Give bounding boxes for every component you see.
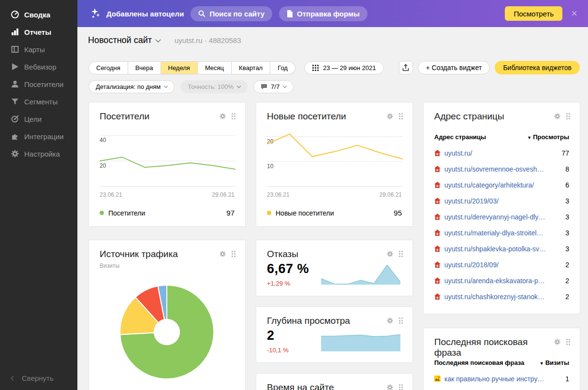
widget-drag-icon[interactable] (566, 339, 570, 345)
search-phrase-link[interactable]: как правильно ручные инстру… (444, 375, 544, 383)
sidebar-item-settings[interactable]: Настройка (0, 145, 77, 162)
legend-label: Новые посетители (276, 209, 334, 217)
site-favicon (434, 277, 441, 284)
views-value: 6 (565, 181, 569, 189)
legend-total: 97 (226, 209, 235, 217)
site-header: Новостной сайт uyutst.ru · 48820583 (77, 27, 588, 53)
widget-settings-icon[interactable] (386, 113, 394, 120)
play-icon (11, 62, 19, 71)
widget-settings-icon[interactable] (219, 250, 226, 258)
column-header-phrase: Последняя поисковая фраза (434, 359, 524, 366)
widget-time-on-site: Время на сайте (256, 373, 413, 390)
puzzle-icon (11, 132, 19, 141)
site-favicon (434, 214, 441, 220)
page-url-link[interactable]: uyutst.ru/category/arhitektura/ (444, 181, 534, 189)
site-favicon (434, 182, 441, 188)
page-url-link[interactable]: uyutst.ru/derevyannyj-nagel-dly… (444, 213, 545, 221)
widget-drag-icon[interactable] (566, 113, 570, 119)
period-month-button[interactable]: Месяц (198, 61, 232, 74)
widget-settings-icon[interactable] (386, 250, 394, 258)
page-url-link[interactable]: uyutst.ru/chashkoreznyj-stanok… (444, 293, 544, 301)
sidebar-item-segments[interactable]: Сегменты (0, 93, 77, 110)
widget-settings-icon[interactable] (386, 317, 394, 324)
widget-settings-icon[interactable] (554, 338, 561, 346)
period-today-button[interactable]: Сегодня (88, 61, 128, 74)
table-row: uyutst.ru/2018/09/2 (434, 257, 569, 273)
widget-title: Время на сайте (267, 382, 386, 390)
site-selector[interactable]: Новостной сайт (88, 35, 160, 45)
widget-view-depth: Глубина просмотра 2 -10,1 % (256, 306, 413, 363)
accuracy-dropdown[interactable]: Точность: 100% (180, 80, 248, 93)
period-toolbar: Сегодня Вчера Неделя Месяц Квартал Год 2… (88, 61, 384, 74)
page-url-link[interactable]: uyutst.ru/arenda-ekskavatora-p… (444, 277, 545, 285)
funnel-icon (11, 97, 19, 106)
widget-drag-icon[interactable] (399, 251, 403, 257)
column-header-views[interactable]: ▼Просмотры (527, 133, 569, 141)
date-range-button[interactable]: 23 — 29 июн 2021 (304, 61, 384, 74)
widget-drag-icon[interactable] (232, 113, 235, 119)
sidebar-item-integrations[interactable]: Интеграции (0, 128, 77, 145)
goal-form-submit-pill[interactable]: Отправка формы (279, 6, 368, 21)
chevron-down-icon (155, 37, 161, 42)
table-row: uyutst.ru/sovremennoe-osvesh…8 (434, 161, 569, 177)
period-yesterday-button[interactable]: Вчера (128, 61, 161, 74)
widget-title: Глубина просмотра (267, 316, 386, 326)
detalization-dropdown[interactable]: Детализация: по дням (88, 80, 175, 93)
widget-settings-icon[interactable] (386, 384, 394, 390)
table-row: uyutst.ru/derevyannyj-nagel-dly…3 (434, 209, 569, 225)
sort-desc-icon: ▼ (527, 135, 531, 140)
widget-drag-icon[interactable] (399, 384, 403, 390)
sidebar-item-goals[interactable]: Цели (0, 110, 77, 128)
widget-drag-icon[interactable] (399, 113, 403, 119)
x-axis-end-label: 29.06.21 (212, 191, 235, 198)
page-url-link[interactable]: uyutst.ru/shpaklevka-potolka-sv… (444, 245, 546, 253)
period-week-button[interactable]: Неделя (161, 61, 198, 74)
target-icon (11, 115, 19, 123)
view-button[interactable]: Посмотреть (505, 6, 562, 21)
autogoals-banner: Добавлены автоцели Поиск по сайту Отправ… (77, 0, 588, 27)
views-value: 2 (565, 261, 569, 269)
goal-site-search-pill[interactable]: Поиск по сайту (191, 6, 272, 21)
comments-dropdown[interactable]: 7/7 (253, 80, 294, 93)
page-url-link[interactable]: uyutst.ru/2018/09/ (444, 261, 499, 269)
table-row: как правильно ручные инстру… 1 (434, 371, 569, 387)
widget-settings-icon[interactable] (219, 113, 226, 120)
chevron-down-icon (283, 84, 287, 87)
widget-visitors: Посетители 4020 23.06.21 29.06.21 Посети… (88, 102, 246, 227)
widget-library-button[interactable]: Библиотека виджетов (495, 61, 580, 74)
page-url-link[interactable]: uyutst.ru/ (444, 149, 472, 157)
widget-bounce-rate: Отказы 6,67 % +1,29 % (256, 240, 413, 296)
period-year-button[interactable]: Год (270, 61, 295, 74)
export-button[interactable] (399, 61, 413, 74)
create-widget-button[interactable]: + Создать виджет (418, 61, 490, 74)
page-url-link[interactable]: uyutst.ru/materialy-dlya-stroitel… (444, 229, 544, 237)
depth-sparkline (321, 331, 400, 351)
sidebar-item-webvisor[interactable]: Вебвизор (0, 58, 77, 75)
sidebar-item-summary[interactable]: Сводка (0, 6, 77, 23)
legend-dot (267, 211, 271, 215)
image-search-icon (434, 376, 441, 382)
sidebar-item-visitors[interactable]: Посетители (0, 75, 77, 93)
chevron-left-icon (11, 376, 16, 380)
widget-drag-icon[interactable] (232, 251, 235, 257)
period-quarter-button[interactable]: Квартал (232, 61, 270, 74)
page-url-link[interactable]: uyutst.ru/sovremennoe-osvesh… (444, 165, 544, 173)
page-url-link[interactable]: uyutst.ru/2019/03/ (444, 197, 499, 205)
x-axis-start-label: 23.06.21 (100, 191, 122, 198)
autogoals-label: Добавлены автоцели (90, 7, 184, 20)
views-value: 2 (565, 277, 569, 285)
sidebar-item-reports[interactable]: Отчеты (0, 23, 77, 41)
visits-value: 1 (565, 375, 569, 383)
column-header-visits[interactable]: ▼Визиты (540, 359, 569, 366)
page-url-table: uyutst.ru/77uyutst.ru/sovremennoe-osvesh… (434, 145, 569, 304)
widget-settings-icon[interactable] (554, 113, 561, 120)
sidebar-item-maps[interactable]: Карты (0, 41, 77, 58)
depth-value: 2 (267, 328, 275, 343)
views-value: 2 (565, 293, 569, 301)
close-icon[interactable]: × (571, 8, 577, 19)
collapse-button[interactable]: Свернуть (0, 371, 77, 385)
widget-drag-icon[interactable] (399, 318, 403, 324)
site-favicon (434, 198, 441, 204)
layout-icon (11, 45, 19, 54)
bounce-delta: +1,29 % (267, 280, 290, 287)
